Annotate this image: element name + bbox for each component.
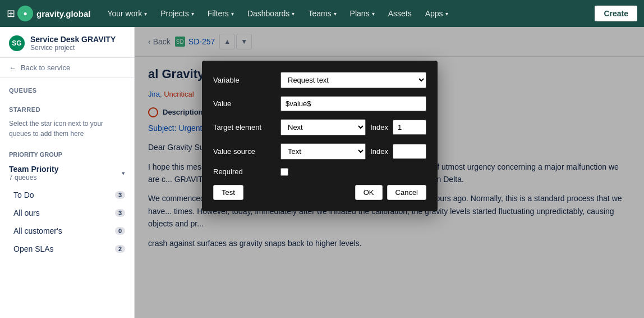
- nav-projects[interactable]: Projects ▾: [155, 6, 200, 21]
- chevron-down-icon: ▾: [122, 170, 125, 177]
- required-checkbox[interactable]: [280, 168, 288, 176]
- team-priority-sub: 7 queues: [9, 174, 58, 181]
- variable-row: Variable Request text Summary Descriptio…: [213, 72, 426, 88]
- queue-item-todo[interactable]: To Do 3: [0, 186, 134, 204]
- source-index-label: Index: [370, 147, 388, 156]
- value-label: Value: [213, 99, 275, 108]
- starred-title: Starred: [0, 97, 134, 116]
- cancel-button[interactable]: Cancel: [387, 185, 426, 200]
- nav-assets[interactable]: Assets: [383, 6, 417, 21]
- chevron-down-icon: ▾: [445, 11, 448, 17]
- variable-modal: Variable Request text Summary Descriptio…: [202, 61, 438, 211]
- sidebar: SG Service Desk GRAVITY Service project …: [0, 27, 135, 318]
- back-to-service[interactable]: ← Back to service: [0, 58, 134, 78]
- target-element-label: Target element: [213, 123, 275, 131]
- team-priority-name: Team Priority: [9, 165, 58, 174]
- modal-footer-right: OK Cancel: [355, 185, 426, 200]
- test-button[interactable]: Test: [213, 185, 243, 200]
- team-priority-group[interactable]: Team Priority 7 queues ▾: [0, 160, 134, 186]
- project-avatar: SG: [9, 35, 25, 51]
- modal-overlay: Variable Request text Summary Descriptio…: [135, 27, 644, 318]
- source-select[interactable]: Text HTML Value: [280, 143, 366, 160]
- chevron-down-icon: ▾: [231, 11, 234, 17]
- source-inline: Text HTML Value Index: [280, 143, 426, 160]
- chevron-down-icon: ▾: [292, 11, 295, 17]
- logo-icon: ●: [17, 6, 33, 21]
- source-index-input[interactable]: [393, 144, 426, 159]
- value-row: Value: [213, 96, 426, 111]
- logo: ● gravity.global: [17, 6, 90, 21]
- grid-icon[interactable]: ⊞: [7, 7, 15, 20]
- top-nav: ⊞ ● gravity.global Your work ▾ Projects …: [0, 0, 644, 27]
- create-button[interactable]: Create: [595, 6, 637, 21]
- required-row: Required: [213, 167, 426, 176]
- nav-dashboards[interactable]: Dashboards ▾: [242, 6, 301, 21]
- sidebar-project-header: SG Service Desk GRAVITY Service project: [0, 27, 134, 58]
- variable-select[interactable]: Request text Summary Description Reporte…: [280, 72, 426, 88]
- required-label: Required: [213, 167, 275, 176]
- nav-teams[interactable]: Teams ▾: [302, 6, 342, 21]
- starred-hint: Select the star icon next to your queues…: [0, 116, 134, 146]
- chevron-down-icon: ▾: [144, 11, 147, 17]
- nav-your-work[interactable]: Your work ▾: [102, 6, 153, 21]
- priority-group-title: Priority group: [0, 146, 134, 160]
- chevron-down-icon: ▾: [372, 11, 375, 17]
- value-input[interactable]: [280, 96, 426, 111]
- variable-label: Variable: [213, 76, 275, 84]
- value-source-label: Value source: [213, 147, 275, 156]
- logo-text: gravity.global: [36, 9, 90, 19]
- back-arrow-icon: ←: [9, 63, 16, 72]
- target-select[interactable]: Next Previous Self: [280, 119, 366, 135]
- target-index-input[interactable]: [393, 120, 426, 135]
- queues-title: Queues: [0, 78, 134, 97]
- target-element-row: Target element Next Previous Self Index: [213, 119, 426, 135]
- value-source-row: Value source Text HTML Value Index: [213, 143, 426, 160]
- ok-button[interactable]: OK: [355, 185, 383, 200]
- queue-item-all-ours[interactable]: All ours 3: [0, 204, 134, 222]
- target-index-label: Index: [370, 123, 388, 131]
- queue-item-open-slas[interactable]: Open SLAs 2: [0, 240, 134, 258]
- chevron-down-icon: ▾: [191, 11, 194, 17]
- nav-apps[interactable]: Apps ▾: [420, 6, 454, 21]
- queue-item-all-customers[interactable]: All customer's 0: [0, 222, 134, 240]
- nav-plans[interactable]: Plans ▾: [344, 6, 380, 21]
- modal-footer: Test OK Cancel: [213, 185, 426, 200]
- chevron-down-icon: ▾: [334, 11, 337, 17]
- main-content: ‹ Back SD SD-257 ▲ ▼ al Gravity Malfunct…: [135, 27, 644, 318]
- project-type: Service project: [30, 44, 116, 52]
- project-name: Service Desk GRAVITY: [30, 35, 116, 44]
- target-inline: Next Previous Self Index: [280, 119, 426, 135]
- nav-filters[interactable]: Filters ▾: [202, 6, 240, 21]
